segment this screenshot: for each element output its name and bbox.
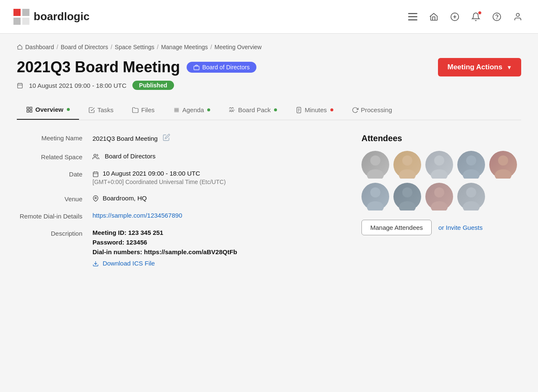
svg-rect-13 [18, 83, 22, 88]
description-password: Password: 123456 [92, 239, 345, 246]
header-nav [406, 10, 525, 24]
meeting-name-value: 2021Q3 Board Meeting [92, 134, 345, 143]
notifications-icon[interactable] [469, 10, 483, 24]
tab-processing[interactable]: Processing [343, 100, 401, 119]
manage-attendees-button[interactable]: Manage Attendees [361, 220, 432, 235]
detail-row-venue: Venue Boardroom, HQ [17, 195, 345, 203]
svg-point-19 [94, 154, 96, 156]
description-dial-numbers: Dial-in numbers: https://sample.com/aBV2… [92, 248, 345, 255]
breadcrumb-space-settings[interactable]: Space Settings [115, 44, 154, 50]
calendar-icon [17, 82, 23, 89]
date-label: Date [17, 170, 92, 178]
svg-point-40 [463, 201, 480, 210]
menu-icon[interactable] [406, 10, 419, 24]
processing-tab-icon [352, 107, 359, 113]
meeting-details: Meeting Name 2021Q3 Board Meeting Relate… [17, 134, 345, 276]
description-value: Meeting ID: 123 345 251 Password: 123456… [92, 229, 345, 267]
attendee-avatar-2 [393, 151, 421, 179]
svg-rect-17 [30, 110, 32, 112]
breadcrumb-board-of-directors[interactable]: Board of Directors [61, 44, 108, 50]
user-icon[interactable] [511, 10, 525, 24]
detail-row-related-space: Related Space Board of Directors [17, 153, 345, 160]
svg-point-27 [434, 155, 444, 166]
dial-in-link[interactable]: https://sample.com/1234567890 [92, 212, 182, 219]
attendee-avatar-5 [489, 151, 517, 179]
breadcrumb-manage-meetings[interactable]: Manage Meetings [161, 44, 208, 50]
detail-row-date: Date 10 August 2021 09:00 - 18:00 UTC [G… [17, 170, 345, 185]
date-timezone: [GMT+0:00] Coordinated Universal Time (E… [92, 179, 345, 185]
tab-processing-label: Processing [361, 106, 392, 113]
download-ics-link[interactable]: Download ICS File [103, 260, 155, 267]
tab-minutes[interactable]: Minutes [286, 100, 343, 119]
tab-overview-label: Overview [35, 106, 63, 113]
edit-icon[interactable] [163, 134, 170, 143]
logo[interactable]: boardlogic [13, 9, 90, 25]
dial-in-label: Remote Dial-in Details [17, 212, 92, 220]
files-tab-icon [132, 107, 139, 113]
page-title-row: 2021Q3 Board Meeting Board of Directors … [17, 58, 521, 76]
overview-tab-icon [26, 106, 33, 113]
main-content: Dashboard / Board of Directors / Space S… [0, 34, 538, 392]
minutes-tab-icon [295, 107, 302, 113]
tab-board-pack[interactable]: Board Pack [219, 100, 286, 119]
related-space-value: Board of Directors [92, 153, 345, 160]
tab-agenda[interactable]: Agenda [164, 100, 220, 119]
date-calendar-icon [92, 171, 99, 177]
logo-text: boardlogic [34, 10, 90, 23]
svg-rect-3 [22, 18, 29, 25]
tab-tasks-label: Tasks [98, 106, 113, 113]
svg-point-24 [367, 169, 384, 179]
tab-overview[interactable]: Overview [17, 100, 79, 120]
tasks-tab-icon [88, 107, 95, 113]
svg-rect-4 [408, 13, 417, 14]
attendees-panel: Attendees [361, 134, 521, 276]
download-icon [92, 260, 99, 267]
meeting-name-text: 2021Q3 Board Meeting [92, 135, 158, 142]
breadcrumb: Dashboard / Board of Directors / Space S… [17, 44, 521, 50]
venue-value: Boardroom, HQ [92, 195, 345, 202]
board-pack-tab-icon [229, 107, 235, 113]
attendees-title: Attendees [361, 134, 521, 143]
help-icon[interactable] [490, 10, 504, 24]
svg-point-38 [431, 201, 448, 210]
agenda-tab-icon [173, 107, 180, 113]
description-meeting-id: Meeting ID: 123 345 251 [92, 229, 345, 236]
add-icon[interactable] [448, 10, 462, 24]
svg-point-26 [399, 169, 416, 179]
page-title-left: 2021Q3 Board Meeting Board of Directors [17, 58, 256, 76]
breadcrumb-current: Meeting Overview [214, 44, 261, 50]
invite-guests-link[interactable]: or Invite Guests [438, 224, 483, 231]
svg-point-30 [463, 169, 480, 179]
content-area: Meeting Name 2021Q3 Board Meeting Relate… [17, 134, 521, 276]
svg-point-29 [466, 155, 476, 166]
tab-tasks[interactable]: Tasks [79, 100, 123, 119]
svg-rect-20 [93, 172, 98, 176]
tab-agenda-dot [207, 108, 210, 111]
svg-point-25 [402, 155, 412, 166]
tab-minutes-dot [330, 108, 333, 111]
tab-board-pack-label: Board Pack [238, 106, 271, 113]
download-ics-row: Download ICS File [92, 260, 345, 267]
header: boardlogic [0, 0, 538, 34]
breadcrumb-dashboard[interactable]: Dashboard [25, 44, 54, 50]
meeting-actions-button[interactable]: Meeting Actions ▼ [438, 58, 521, 76]
dial-in-value: https://sample.com/1234567890 [92, 212, 345, 219]
attendee-avatar-3 [425, 151, 453, 179]
date-value: 10 August 2021 09:00 - 18:00 UTC [GMT+0:… [92, 170, 345, 185]
svg-rect-11 [194, 66, 199, 70]
home-icon[interactable] [427, 10, 440, 24]
related-space-text: Board of Directors [105, 153, 156, 160]
attendee-avatar-7 [393, 183, 421, 210]
attendee-avatar-9 [457, 183, 485, 210]
space-badge[interactable]: Board of Directors [187, 62, 256, 73]
svg-point-36 [399, 201, 416, 210]
space-badge-label: Board of Directors [202, 64, 250, 71]
date-text: 10 August 2021 09:00 - 18:00 UTC [103, 170, 200, 177]
notification-badge [478, 11, 482, 15]
attendee-avatar-4 [457, 151, 485, 179]
svg-rect-1 [22, 9, 29, 16]
attendee-avatar-6 [361, 183, 389, 210]
svg-point-21 [95, 197, 97, 199]
tab-files[interactable]: Files [123, 100, 164, 119]
svg-rect-0 [13, 9, 21, 16]
